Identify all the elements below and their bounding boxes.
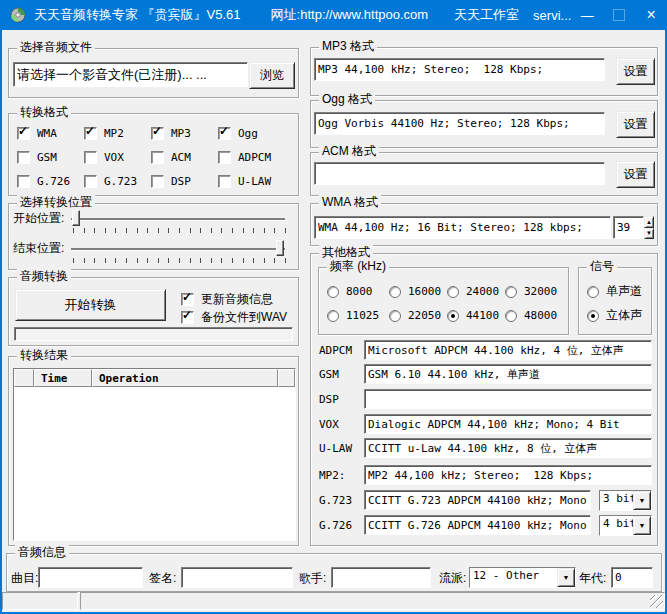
minimize-button[interactable]: — xyxy=(571,0,603,30)
format-checkbox-mp2[interactable]: ✓ MP2 xyxy=(84,127,124,140)
statusbar-panel-2 xyxy=(80,592,665,610)
results-column-blank[interactable] xyxy=(14,369,34,387)
mp2-format-input[interactable] xyxy=(364,465,652,485)
checkbox[interactable]: ✓ xyxy=(84,175,97,188)
checkbox-label: 更新音频信息 xyxy=(201,291,273,308)
format-checkbox-acm[interactable]: ✓ ACM xyxy=(151,151,191,164)
end-position-slider-track[interactable] xyxy=(71,248,285,250)
format-checkbox-mp3[interactable]: ✓ MP3 xyxy=(151,127,191,140)
freq-radio-32000[interactable]: 32000 xyxy=(505,285,557,298)
results-list-body[interactable] xyxy=(14,387,295,540)
results-listview[interactable]: Time Operation xyxy=(13,368,296,541)
resize-grip[interactable] xyxy=(650,595,663,608)
spin-up-button[interactable]: ▲ xyxy=(644,216,654,228)
freq-radio-8000[interactable]: 8000 xyxy=(327,285,373,298)
radio[interactable] xyxy=(587,310,599,322)
acm-format-input[interactable] xyxy=(314,162,605,185)
radio[interactable] xyxy=(389,286,401,298)
sign-input[interactable] xyxy=(181,567,293,588)
g723-format-input[interactable] xyxy=(364,490,591,510)
radio[interactable] xyxy=(327,310,339,322)
format-checkbox-vox[interactable]: ✓ VOX xyxy=(84,151,124,164)
radio[interactable] xyxy=(505,310,517,322)
format-checkbox-gsm[interactable]: ✓ GSM xyxy=(17,151,57,164)
dropdown-button[interactable]: ▼ xyxy=(557,568,575,587)
ulaw-format-input[interactable] xyxy=(364,438,652,458)
checkbox[interactable]: ✓ xyxy=(84,127,97,140)
backup-wav-checkbox[interactable]: ✓ 备份文件到WAV xyxy=(181,309,287,326)
radio[interactable] xyxy=(587,286,599,298)
radio[interactable] xyxy=(389,310,401,322)
year-input[interactable] xyxy=(611,567,653,588)
update-info-checkbox[interactable]: ✓ 更新音频信息 xyxy=(181,291,273,308)
checkbox[interactable]: ✓ xyxy=(151,175,164,188)
results-column-time[interactable]: Time xyxy=(34,369,92,387)
format-checkbox-g723[interactable]: ✓ G.723 xyxy=(84,175,137,188)
checkbox[interactable]: ✓ xyxy=(151,127,164,140)
checkbox[interactable]: ✓ xyxy=(17,175,30,188)
radio-label: 22050 xyxy=(408,309,441,322)
ogg-format-input[interactable] xyxy=(314,112,605,135)
close-button[interactable]: × xyxy=(635,0,667,30)
radio[interactable] xyxy=(447,286,459,298)
g723-bit-dropdown[interactable]: 3 bit ▼ xyxy=(599,490,652,511)
checkbox[interactable]: ✓ xyxy=(151,151,164,164)
gsm-format-input[interactable] xyxy=(364,364,652,384)
browse-button[interactable]: 浏览 xyxy=(249,62,295,89)
titlebar[interactable]: 天天音频转换专家 『贵宾版』V5.61 网址:http://www.httpoo… xyxy=(0,0,667,30)
format-checkbox-g726[interactable]: ✓ G.726 xyxy=(17,175,70,188)
track-input[interactable] xyxy=(38,567,143,588)
app-cd-icon xyxy=(10,7,26,23)
freq-radio-16000[interactable]: 16000 xyxy=(389,285,441,298)
acm-settings-button[interactable]: 设置 xyxy=(616,161,655,188)
start-position-slider-thumb[interactable] xyxy=(72,210,80,226)
spin-down-button[interactable]: ▼ xyxy=(644,228,654,240)
wma-spinner-value[interactable] xyxy=(613,216,644,239)
freq-radio-11025[interactable]: 11025 xyxy=(327,309,379,322)
radio[interactable] xyxy=(327,286,339,298)
format-checkbox-ulaw[interactable]: ✓ U-LAW xyxy=(218,175,271,188)
end-position-slider-thumb[interactable] xyxy=(276,240,284,256)
checkbox[interactable]: ✓ xyxy=(17,151,30,164)
signal-radio-stereo[interactable]: 立体声 xyxy=(587,307,642,324)
start-position-slider-track[interactable] xyxy=(71,218,285,220)
radio[interactable] xyxy=(447,310,459,322)
checkbox[interactable]: ✓ xyxy=(181,311,194,324)
radio-dot xyxy=(451,314,455,318)
freq-radio-22050[interactable]: 22050 xyxy=(389,309,441,322)
results-column-operation[interactable]: Operation xyxy=(92,369,278,387)
gsm-row-label: GSM xyxy=(319,368,339,381)
dropdown-button[interactable]: ▼ xyxy=(633,491,651,510)
dsp-format-input[interactable] xyxy=(364,389,652,409)
format-checkbox-ogg[interactable]: ✓ Ogg xyxy=(218,127,258,140)
file-path-input[interactable] xyxy=(13,62,248,87)
vox-format-input[interactable] xyxy=(364,414,652,434)
g726-format-input[interactable] xyxy=(364,515,591,535)
start-convert-button[interactable]: 开始转换 xyxy=(15,289,166,321)
check-mark-icon: ✓ xyxy=(182,309,192,322)
format-checkbox-adpcm[interactable]: ✓ ADPCM xyxy=(218,151,271,164)
artist-input[interactable] xyxy=(331,567,431,588)
mp3-settings-button[interactable]: 设置 xyxy=(616,58,655,85)
g726-bit-dropdown[interactable]: 4 bit ▼ xyxy=(599,515,652,536)
freq-radio-44100[interactable]: 44100 xyxy=(447,309,499,322)
adpcm-format-input[interactable] xyxy=(364,340,652,360)
dropdown-button[interactable]: ▼ xyxy=(633,516,651,535)
freq-radio-48000[interactable]: 48000 xyxy=(505,309,557,322)
ogg-settings-button[interactable]: 设置 xyxy=(616,111,655,138)
checkbox[interactable]: ✓ xyxy=(218,175,231,188)
radio[interactable] xyxy=(505,286,517,298)
wma-format-input[interactable] xyxy=(314,216,611,239)
checkbox[interactable]: ✓ xyxy=(181,293,194,306)
signal-radio-mono[interactable]: 单声道 xyxy=(587,283,642,300)
checkbox[interactable]: ✓ xyxy=(218,151,231,164)
checkbox[interactable]: ✓ xyxy=(218,127,231,140)
freq-radio-24000[interactable]: 24000 xyxy=(447,285,499,298)
checkbox[interactable]: ✓ xyxy=(17,127,30,140)
checkbox[interactable]: ✓ xyxy=(84,151,97,164)
format-checkbox-dsp[interactable]: ✓ DSP xyxy=(151,175,191,188)
genre-dropdown[interactable]: 12 - Other ▼ xyxy=(469,567,576,588)
mp3-format-input[interactable] xyxy=(314,58,605,81)
group-signal-label: 信号 xyxy=(587,259,617,274)
format-checkbox-wma[interactable]: ✓ WMA xyxy=(17,127,57,140)
